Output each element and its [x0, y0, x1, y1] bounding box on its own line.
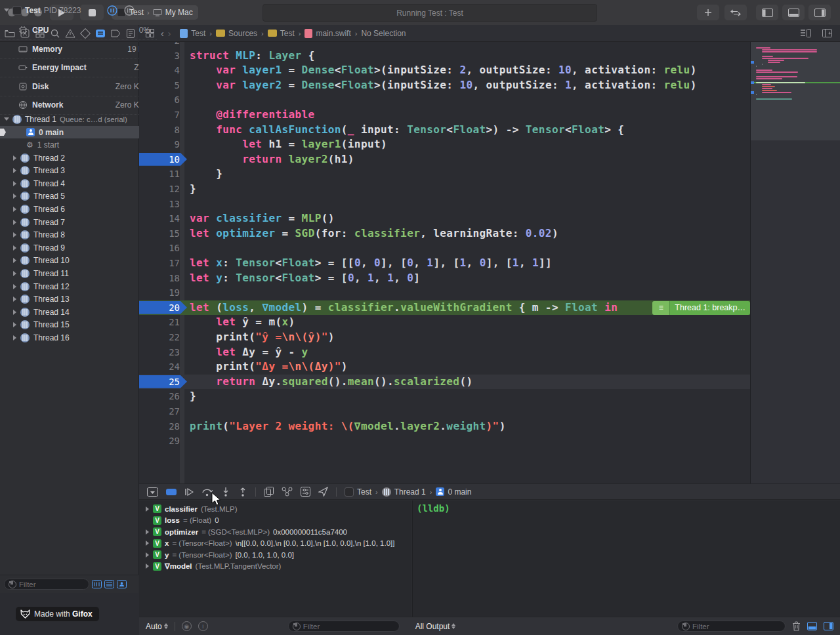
breadcrumb-item[interactable]: Sources [216, 29, 257, 38]
console[interactable]: (lldb) [412, 501, 840, 617]
dock-variables-icon[interactable] [807, 622, 817, 630]
code-line-25[interactable]: 25 return Δy.squared().mean().scalarized… [139, 375, 750, 390]
editor-options-icon[interactable] [801, 29, 811, 37]
breakpoints-toggle-icon[interactable] [166, 489, 177, 495]
thread-row-thread-8[interactable]: Thread 8 [0, 229, 152, 241]
navigator-filter-field[interactable]: Filter [4, 579, 89, 590]
process-row[interactable]: Test PID 78223 [0, 4, 142, 16]
disclosure-triangle[interactable] [146, 506, 149, 512]
minimap[interactable] [750, 42, 840, 483]
dock-console-icon[interactable] [824, 622, 833, 630]
thread-row-thread-16[interactable]: Thread 16 [0, 331, 152, 344]
disclosure-triangle[interactable] [13, 155, 16, 161]
console-output-dropdown[interactable]: All Output [415, 622, 456, 631]
disclosure-triangle[interactable] [13, 207, 16, 212]
disclosure-triangle[interactable] [146, 552, 149, 558]
thread-row-thread-7[interactable]: Thread 7 [0, 216, 152, 228]
debug-memory-graph-icon[interactable] [282, 487, 293, 497]
toggle-inspector-button[interactable] [808, 5, 831, 20]
code-line-19[interactable]: 19 [139, 285, 750, 300]
debug-crumb-test[interactable]: Test [345, 487, 371, 497]
disclosure-triangle[interactable] [13, 271, 16, 276]
code-line-16[interactable]: 16 [139, 241, 750, 256]
code-line-15[interactable]: 15let optimizer = SGD(for: classifier, l… [139, 226, 750, 241]
code-line-14[interactable]: 14var classifier = MLP() [139, 211, 750, 226]
breadcrumb-item[interactable]: main.swift [304, 29, 350, 38]
view-process-by-queue-icon[interactable] [104, 580, 114, 588]
variable-row-x[interactable]: Vx= (Tensor<Float>)\n[[0.0, 0.0],\n [0.0… [139, 538, 411, 550]
disclosure-triangle[interactable] [13, 297, 16, 302]
step-into-icon[interactable] [221, 487, 230, 497]
thread-row-thread-11[interactable]: Thread 11 [0, 267, 152, 279]
library-button[interactable] [697, 5, 719, 20]
code-line-17[interactable]: 17let x: Tensor<Float> = [[0, 0], [0, 1]… [139, 256, 750, 271]
back-button[interactable]: ‹ [161, 28, 164, 39]
gauge-row-cpu[interactable]: CPU0% [0, 21, 157, 40]
disclosure-triangle[interactable] [13, 322, 16, 327]
clear-console-icon[interactable] [792, 621, 801, 631]
breakpoint-annotation[interactable]: ≡Thread 1: breakp… [652, 301, 750, 315]
thread-row-thread-3[interactable]: Thread 3 [0, 165, 152, 177]
debug-view-hierarchy-icon[interactable] [264, 487, 274, 497]
thread-row-thread-5[interactable]: Thread 5 [0, 190, 152, 203]
code-line-28[interactable]: 28print("Layer 2 weight: \(∇model.layer2… [139, 419, 750, 434]
thread-row-thread-4[interactable]: Thread 4 [0, 177, 152, 190]
breakpoint-marker[interactable]: 20 [139, 301, 187, 314]
gauge-row-energy-impact[interactable]: Energy ImpactZero [0, 58, 157, 77]
thread-row-thread-15[interactable]: Thread 15 [0, 319, 152, 331]
view-mode-icon[interactable] [124, 5, 135, 16]
hide-debug-area-icon[interactable] [147, 487, 158, 497]
disclosure-triangle[interactable] [13, 310, 16, 315]
thread-1-row[interactable]: Thread 1 Queue: c…d (serial) [0, 113, 142, 125]
code-line-6[interactable]: 6 [139, 92, 750, 108]
variables-filter-field[interactable]: Filter [288, 621, 400, 632]
variables-scope-dropdown[interactable]: Auto [146, 622, 168, 631]
code-line-26[interactable]: 26} [139, 389, 750, 404]
code-line-8[interactable]: 8 func callAsFunction(_ input: Tensor<Fl… [139, 123, 750, 138]
code-line-12[interactable]: 12} [139, 182, 750, 197]
variable-row-classifier[interactable]: Vclassifier(Test.MLP) [139, 503, 411, 515]
continue-execution-icon[interactable] [184, 487, 194, 497]
code-line-2[interactable]: 2 [139, 42, 750, 49]
show-running-threads-icon[interactable] [92, 580, 102, 588]
quicklook-icon[interactable]: ◉ [182, 621, 192, 631]
code-line-13[interactable]: 13 [139, 197, 750, 212]
variable-row-loss[interactable]: Vloss= (Float)0 [139, 515, 411, 527]
gauge-row-disk[interactable]: DiskZero KB/s [0, 77, 157, 96]
forward-button[interactable]: › [168, 28, 171, 39]
breakpoint-marker[interactable]: 25 [139, 375, 187, 388]
variable-row-y[interactable]: Vy= (Tensor<Float>)[0.0, 1.0, 1.0, 0.0] [139, 549, 411, 561]
disclosure-triangle[interactable] [13, 245, 16, 251]
toggle-navigator-button[interactable] [756, 5, 778, 20]
variable-row-∇model[interactable]: V∇model(Test.MLP.TangentVector) [139, 561, 411, 573]
gauge-row-network[interactable]: NetworkZero KB/s [0, 96, 157, 115]
breadcrumb-item[interactable]: Test [180, 29, 205, 38]
thread-row-thread-10[interactable]: Thread 10 [0, 255, 152, 267]
code-line-21[interactable]: 21 let ŷ = m(x) [139, 315, 750, 330]
disclosure-triangle[interactable] [13, 335, 16, 340]
disclosure-triangle[interactable] [13, 194, 16, 199]
disclosure-triangle[interactable] [146, 563, 149, 569]
code-line-18[interactable]: 18let y: Tensor<Float> = [0, 1, 1, 0] [139, 271, 750, 286]
breadcrumb-item[interactable]: Test [268, 29, 295, 38]
disclosure-triangle[interactable] [13, 258, 16, 263]
code-line-24[interactable]: 24 print("Δy =\n\(Δy)") [139, 359, 750, 375]
disclosure-triangle[interactable] [13, 284, 16, 289]
code-line-9[interactable]: 9 let h1 = layer1(input) [139, 137, 750, 152]
code-line-7[interactable]: 7 @differentiable [139, 108, 750, 123]
source-editor[interactable]: 23struct MLP: Layer {4 var layer1 = Dens… [139, 42, 840, 483]
disclosure-triangle[interactable] [4, 9, 9, 12]
show-interesting-frames-icon[interactable] [117, 580, 127, 588]
disclosure-triangle[interactable] [146, 541, 149, 546]
code-line-22[interactable]: 22 print("ŷ =\n\(ŷ)") [139, 330, 750, 345]
variable-row-optimizer[interactable]: Voptimizer= (SGD<Test.MLP>)0x000000011c5… [139, 526, 411, 538]
pause-process-icon[interactable] [107, 5, 117, 16]
breakpoint-marker[interactable]: 10 [139, 153, 187, 166]
thread-row-thread-13[interactable]: Thread 13 [0, 293, 152, 306]
code-line-20[interactable]: 20let (loss, ∇model) = classifier.valueW… [139, 300, 750, 316]
code-line-5[interactable]: 5 var layer2 = Dense<Float>(inputSize: 1… [139, 78, 750, 93]
disclosure-triangle[interactable] [13, 220, 16, 225]
thread-row-thread-6[interactable]: Thread 6 [0, 203, 152, 215]
step-out-icon[interactable] [238, 487, 247, 497]
disclosure-triangle[interactable] [13, 168, 16, 173]
